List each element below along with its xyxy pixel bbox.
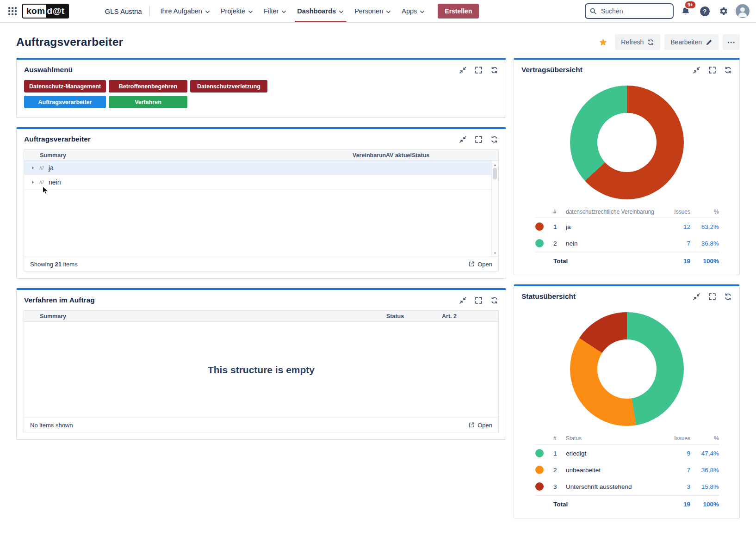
collapse-button[interactable] xyxy=(459,66,467,74)
maximize-button[interactable] xyxy=(708,293,716,301)
filter-button-verfahren[interactable]: Verfahren xyxy=(109,96,187,108)
total-percent[interactable]: 100% xyxy=(690,258,719,265)
legend-index: 1 xyxy=(553,450,566,457)
table-row[interactable]: ja xyxy=(24,161,491,175)
reload-gadget-button[interactable] xyxy=(724,293,732,301)
panel-title: Auftragsverarbeiter xyxy=(24,135,91,143)
legend-issues-link[interactable]: 12 xyxy=(665,223,690,230)
nav-item-projekte[interactable]: Projekte xyxy=(216,0,259,22)
notifications-button[interactable]: 9+ xyxy=(679,4,693,18)
chart-legend: # datenschutzrechtliche Vereinbarung Iss… xyxy=(535,206,719,269)
vertical-scrollbar[interactable]: ▲ ▼ xyxy=(491,161,498,257)
total-label: Total xyxy=(553,258,665,265)
total-label: Total xyxy=(553,501,665,508)
maximize-button[interactable] xyxy=(475,66,483,74)
legend-percent-link[interactable]: 47,4% xyxy=(690,450,719,457)
edit-button[interactable]: Bearbeiten xyxy=(664,34,719,50)
open-label: Open xyxy=(477,261,492,268)
expand-caret-icon[interactable] xyxy=(30,179,36,185)
person-icon xyxy=(736,5,749,18)
collapse-button[interactable] xyxy=(693,293,700,301)
scrollbar-thumb[interactable] xyxy=(493,168,497,179)
nav-item-ihre-aufgaben[interactable]: Ihre Aufgaben xyxy=(155,0,216,22)
maximize-button[interactable] xyxy=(475,136,483,143)
collapse-button[interactable] xyxy=(693,66,700,74)
legend-issues-link[interactable]: 7 xyxy=(665,467,690,474)
showing-count: Showing 21 items xyxy=(30,261,78,268)
expand-caret-icon[interactable] xyxy=(30,165,36,171)
reload-gadget-button[interactable] xyxy=(490,136,498,143)
more-button[interactable]: ⋯ xyxy=(723,34,740,50)
maximize-button[interactable] xyxy=(708,66,716,74)
reload-gadget-button[interactable] xyxy=(490,296,498,304)
legend-index-header: # xyxy=(553,209,566,215)
favorite-button[interactable] xyxy=(595,34,611,50)
nav-item-label: Dashboards xyxy=(297,7,336,15)
statusuebersicht-donut-chart xyxy=(570,312,684,426)
nav-item-personen[interactable]: Personen xyxy=(349,0,397,22)
legend-issues-link[interactable]: 9 xyxy=(665,450,690,457)
nav-item-label: Filter xyxy=(264,7,279,15)
chevron-down-icon xyxy=(385,9,391,15)
legend-label: nein xyxy=(566,240,665,247)
scroll-down-arrow[interactable]: ▼ xyxy=(492,250,498,256)
legend-percent-header: % xyxy=(690,435,719,442)
avatar[interactable] xyxy=(736,4,750,18)
column-header-summary: Summary xyxy=(24,152,353,159)
panel-auswahlmenu: Auswahlmenü Datenschutz-Management Betro… xyxy=(16,58,506,118)
refresh-button[interactable]: Refresh xyxy=(615,34,660,50)
navbar-right: 9+ ? xyxy=(585,3,750,19)
pencil-icon xyxy=(706,39,713,46)
total-percent[interactable]: 100% xyxy=(690,501,719,508)
panel-tools xyxy=(459,66,498,74)
reload-gadget-button[interactable] xyxy=(724,66,732,74)
legend-total-row: Total 19 100% xyxy=(535,252,719,269)
panel-statusuebersicht: Statusübersicht # Status Issues % xyxy=(514,284,740,518)
open-button[interactable]: Open xyxy=(468,261,492,268)
search-input[interactable] xyxy=(600,7,669,15)
collapse-button[interactable] xyxy=(459,136,467,143)
legend-percent-link[interactable]: 63,2% xyxy=(690,223,719,230)
legend-percent-link[interactable]: 36,8% xyxy=(690,240,719,247)
maximize-button[interactable] xyxy=(475,296,483,304)
table-row[interactable]: nein xyxy=(24,175,491,190)
total-issues[interactable]: 19 xyxy=(665,258,690,265)
legend-label: Unterschrift ausstehend xyxy=(566,483,665,490)
grid-icon xyxy=(7,6,18,16)
legend-percent-link[interactable]: 15,8% xyxy=(690,483,719,490)
legend-percent-link[interactable]: 36,8% xyxy=(690,467,719,474)
total-issues[interactable]: 19 xyxy=(665,501,690,508)
filter-button-datenschutzverletzung[interactable]: Datenschutzverletzung xyxy=(190,80,267,92)
logo[interactable]: komd@t xyxy=(22,4,69,18)
column-header-summary: Summary xyxy=(24,313,386,320)
legend-index: 3 xyxy=(553,483,566,490)
row-label: ja xyxy=(49,164,54,172)
panel-header: Verfahren im Auftrag xyxy=(17,290,506,308)
nav-item-label: Ihre Aufgaben xyxy=(161,7,202,15)
collapse-button[interactable] xyxy=(459,296,467,304)
legend-index: 1 xyxy=(553,223,566,230)
create-button[interactable]: Erstellen xyxy=(438,4,479,18)
settings-button[interactable] xyxy=(717,4,731,18)
nav-item-dashboards[interactable]: Dashboards xyxy=(292,0,349,22)
filter-button-datenschutz-management[interactable]: Datenschutz-Management xyxy=(24,80,106,92)
external-link-icon xyxy=(468,261,475,267)
nav-item-apps[interactable]: Apps xyxy=(397,0,430,22)
filter-button-betroffenenbegehren[interactable]: Betroffenenbegehren xyxy=(109,80,187,92)
grouping-icon xyxy=(39,179,45,185)
nav-item-filter[interactable]: Filter xyxy=(259,0,292,22)
help-button[interactable]: ? xyxy=(698,4,712,18)
legend-dot xyxy=(535,466,544,474)
open-button[interactable]: Open xyxy=(468,422,492,429)
legend-issues-link[interactable]: 7 xyxy=(665,240,690,247)
reload-gadget-button[interactable] xyxy=(490,66,498,74)
panel-tools xyxy=(459,136,498,143)
filter-button-auftragsverarbeiter[interactable]: Auftragsverarbeiter xyxy=(24,96,106,108)
panel-auftragsverarbeiter-table: Auftragsverarbeiter Summary Vereinbarung… xyxy=(16,127,506,279)
table-header-row: Summary Vereinbarung AV aktuell Status xyxy=(24,150,498,161)
minimize-icon xyxy=(459,296,467,304)
fullscreen-icon xyxy=(475,296,483,304)
legend-issues-link[interactable]: 3 xyxy=(665,483,690,490)
app-switcher-button[interactable] xyxy=(5,3,20,19)
scroll-up-arrow[interactable]: ▲ xyxy=(492,162,498,167)
